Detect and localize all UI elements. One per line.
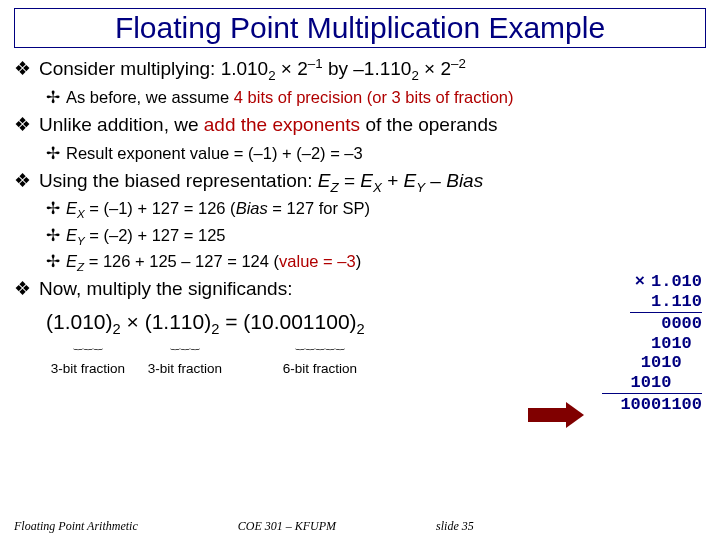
diamond-icon: ❖ [14, 112, 31, 138]
bullet-biased: ❖ Using the biased representation: EZ = … [14, 168, 706, 194]
bullet-text: As before, we assume 4 bits of precision… [66, 86, 514, 108]
partial-3: 1010 [602, 353, 702, 373]
bullet-consider: ❖ Consider multiplying: 1.0102 × 2–1 by … [14, 56, 706, 82]
long-multiplication: × 1.010 1.110 0000 1010 1010 1010 100011… [602, 272, 702, 415]
rule-line [602, 393, 702, 394]
rule-line [630, 312, 702, 313]
mult-operand-2: 1.110 [651, 292, 702, 312]
bullet-text: EX = (–1) + 127 = 126 (Bias = 127 for SP… [66, 197, 370, 219]
sub-bullet-ex: ✢ EX = (–1) + 127 = 126 (Bias = 127 for … [46, 197, 706, 219]
diamond-icon: ❖ [14, 276, 31, 302]
frac-label-2: ︸︸︸ 3-bit fraction [130, 348, 240, 378]
arrow-icon [528, 402, 584, 428]
brace-icon: ︸︸︸ [46, 348, 130, 359]
multiply-sign: × [635, 272, 645, 292]
bullet-text: Using the biased representation: EZ = EX… [39, 168, 483, 194]
bullet-text: Consider multiplying: 1.0102 × 2–1 by –1… [39, 56, 466, 82]
partial-4: 1010 [602, 373, 702, 393]
bullet-text: Result exponent value = (–1) + (–2) = –3 [66, 142, 363, 164]
bullet-text: Now, multiply the significands: [39, 276, 292, 302]
footer-center: COE 301 – KFUPM [238, 519, 336, 534]
cross-icon: ✢ [46, 224, 60, 246]
frac-label-1: ︸︸︸ 3-bit fraction [46, 348, 130, 378]
footer-right: slide 35 [436, 519, 474, 534]
sub-bullet-result-exp: ✢ Result exponent value = (–1) + (–2) = … [46, 142, 706, 164]
brace-icon: ︸︸︸︸︸ [240, 348, 400, 359]
mult-result: 10001100 [602, 395, 702, 415]
cross-icon: ✢ [46, 250, 60, 272]
cross-icon: ✢ [46, 86, 60, 108]
partial-1: 0000 [602, 314, 702, 334]
frac-label-3: ︸︸︸︸︸ 6-bit fraction [240, 348, 400, 378]
footer-left: Floating Point Arithmetic [14, 519, 138, 534]
cross-icon: ✢ [46, 142, 60, 164]
bullet-add-exponents: ❖ Unlike addition, we add the exponents … [14, 112, 706, 138]
bullet-text: EZ = 126 + 125 – 127 = 124 (value = –3) [66, 250, 361, 272]
bullet-text: EY = (–2) + 127 = 125 [66, 224, 226, 246]
brace-icon: ︸︸︸ [130, 348, 240, 359]
diamond-icon: ❖ [14, 56, 31, 82]
diamond-icon: ❖ [14, 168, 31, 194]
slide-title: Floating Point Multiplication Example [14, 8, 706, 48]
slide-footer: Floating Point Arithmetic COE 301 – KFUP… [14, 519, 706, 534]
mult-operand-1: 1.010 [651, 272, 702, 292]
cross-icon: ✢ [46, 197, 60, 219]
sub-bullet-ey: ✢ EY = (–2) + 127 = 125 [46, 224, 706, 246]
sub-bullet-precision: ✢ As before, we assume 4 bits of precisi… [46, 86, 706, 108]
bullet-text: Unlike addition, we add the exponents of… [39, 112, 497, 138]
sub-bullet-ez: ✢ EZ = 126 + 125 – 127 = 124 (value = –3… [46, 250, 706, 272]
partial-2: 1010 [602, 334, 702, 354]
